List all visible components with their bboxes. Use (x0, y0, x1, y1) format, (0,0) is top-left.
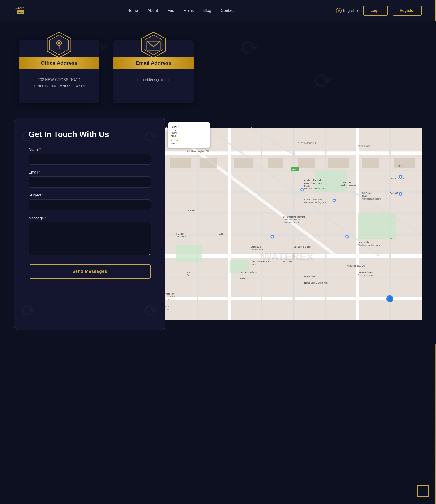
chevron-down-icon: ▾ (357, 8, 359, 13)
svg-rect-36 (200, 158, 217, 168)
svg-text:Dubai Mall: Dubai Mall (176, 235, 186, 238)
svg-text:RTS: RTS (18, 11, 23, 14)
svg-text:Op: Op (187, 274, 190, 276)
popup-rating: 4.7 ★ (171, 138, 207, 142)
email-input[interactable] (28, 176, 151, 188)
svg-text:Children's clothing store: Children's clothing store (358, 244, 381, 247)
nav-faq[interactable]: Faq (167, 8, 174, 13)
svg-text:Jewelry store: Jewelry store (251, 248, 263, 251)
email-input-wrapper: ⟳ ⟳ (28, 176, 151, 188)
login-button[interactable]: Login (363, 6, 388, 16)
nav-plans[interactable]: Plans (184, 8, 194, 13)
svg-text:1 By Ema: 1 By Ema (165, 296, 175, 298)
svg-point-104 (346, 236, 348, 238)
map-container[interactable]: Al Mustaqbal St Al Mustaqbal St Al Musta… (165, 118, 422, 330)
svg-rect-39 (298, 158, 315, 168)
svg-text:Little Castle: Little Castle (358, 241, 369, 244)
svg-text:T Dubai: T Dubai (176, 233, 183, 235)
svg-point-100 (400, 176, 401, 178)
email-title: Email Address (136, 60, 172, 66)
svg-rect-35 (170, 158, 191, 168)
svg-rect-34 (358, 213, 396, 239)
office-title: Office Address (41, 60, 77, 66)
email-field-group: Email* ⟳ ⟳ (28, 170, 151, 188)
nav-about[interactable]: About (147, 8, 158, 13)
svg-text:Law: Law (165, 308, 169, 311)
svg-text:ZILLI: ZILLI (362, 195, 367, 197)
language-button[interactable]: ⊕ English ▾ (336, 8, 359, 13)
svg-text:Zilli Dubai: Zilli Dubai (362, 192, 372, 195)
subject-field-group: Subject* (28, 193, 151, 210)
register-button[interactable]: Register (392, 6, 422, 16)
svg-text:Adv: Adv (187, 271, 191, 274)
svg-text:Books K: Books K (390, 192, 398, 195)
form-watermark-3: ⟳ (21, 301, 36, 321)
svg-rect-40 (328, 158, 349, 168)
svg-rect-42 (394, 158, 416, 168)
svg-text:WATEREX: WATEREX (262, 251, 313, 263)
office-icon-wrap (19, 38, 99, 59)
svg-text:Al Mustaqbal St: Al Mustaqbal St (187, 150, 209, 153)
popup-view-link[interactable]: View l (171, 142, 178, 145)
logo[interactable]: ✕✕ RTS GOLD (14, 6, 26, 15)
nav-blog[interactable]: Blog (203, 8, 211, 13)
contact-form-container: ⟳ ⟳ ⟳ ⟳ Get In Touch With Us Name* Email… (14, 118, 165, 330)
svg-text:Bang & Olufsen: Bang & Olufsen (358, 271, 373, 274)
svg-text:Women's clothing store: Women's clothing store (304, 201, 326, 204)
svg-marker-5 (50, 35, 69, 55)
svg-point-96 (333, 199, 335, 201)
form-title: Get In Touch With Us (28, 130, 151, 139)
svg-text:👤: 👤 (388, 297, 393, 301)
svg-text:McDonald's: McDonald's (304, 276, 315, 278)
office-address-line1: 232 NEW CROSS ROAD (26, 77, 92, 83)
svg-text:Gul: Gul (165, 305, 169, 308)
subject-input[interactable] (28, 199, 151, 210)
name-input[interactable] (28, 153, 151, 165)
svg-text:Dubai Mall, Dubai: Dubai Mall, Dubai (283, 218, 300, 221)
email-icon-wrap (113, 38, 194, 59)
svg-text:Home Bakery Dubai Mall: Home Bakery Dubai Mall (304, 282, 328, 284)
svg-rect-41 (362, 158, 379, 168)
nav-links: Home About Faq Plans Blog Contact (127, 8, 235, 13)
nav-right: ⊕ English ▾ Login Register (336, 6, 422, 16)
svg-rect-31 (176, 245, 202, 262)
svg-point-102 (400, 193, 401, 195)
office-body: 232 NEW CROSS ROAD LONDON ENGLAND SE14 5… (19, 74, 99, 94)
svg-text:Electronics store: Electronics store (358, 274, 374, 276)
svg-text:D86: D86 (292, 168, 296, 171)
nav-contact[interactable]: Contact (221, 8, 235, 13)
svg-text:Leica Store Dubai: Leica Store Dubai (294, 246, 311, 248)
svg-text:Vi: Vi (390, 237, 391, 240)
svg-text:Vista Tow: Vista Tow (165, 293, 174, 295)
email-required: * (39, 170, 40, 174)
message-input[interactable] (28, 222, 151, 255)
svg-text:Prada: Prada (304, 185, 310, 187)
name-required: * (39, 147, 41, 151)
star-icon: ★ (176, 138, 179, 142)
form-watermark-4: ⟳ (144, 301, 158, 321)
send-button[interactable]: Send Messages (28, 264, 151, 279)
name-label: Name* (28, 147, 151, 152)
contact-cards: Office Address 232 NEW CROSS ROAD LONDON… (14, 40, 422, 103)
svg-point-98 (271, 236, 273, 238)
language-label: English (343, 9, 355, 13)
nav-home[interactable]: Home (127, 8, 138, 13)
svg-text:Women's clothing store: Women's clothing store (304, 188, 326, 190)
svg-text:Prada Dubai Mall: Prada Dubai Mall (304, 179, 320, 182)
scroll-top-button[interactable]: ↑ (417, 485, 429, 497)
subject-required: * (42, 193, 43, 197)
office-hexagon (45, 31, 73, 59)
popup-detail2: - Dow (171, 132, 207, 134)
svg-text:Level Shoe District: Level Shoe District (304, 182, 322, 184)
office-address-line2: LONDON ENGLAND SE14 5PL (26, 83, 92, 89)
svg-text:Voyage: Voyage (240, 278, 247, 280)
svg-text:Fashion Avenue: Fashion Avenue (341, 184, 356, 187)
svg-text:Al Mustaqbal St: Al Mustaqbal St (298, 142, 316, 144)
svg-text:Laduree: Laduree (187, 209, 195, 212)
email-address-value: support@rtsgold.com (120, 77, 187, 83)
navbar: ✕✕ RTS GOLD Home About Faq Plans Blog Co… (0, 0, 436, 21)
svg-text:Carolina Herrera: Carolina Herrera (283, 221, 299, 224)
svg-text:Two at Symphony: Two at Symphony (240, 271, 257, 274)
svg-text:Abdulsamad Al Qur: Abdulsamad Al Qur (347, 265, 365, 267)
svg-point-8 (58, 42, 60, 44)
